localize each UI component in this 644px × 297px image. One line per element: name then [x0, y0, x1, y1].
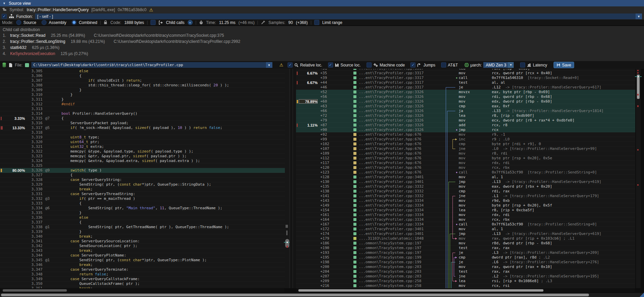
source-line[interactable]: 3,324 memcpy( &extra, &payload.extra, si…: [0, 159, 290, 163]
function-combo[interactable]: [ - self - ] ▼: [35, 14, 642, 19]
source-line[interactable]: 3,321 uint32_t extra;: [0, 144, 290, 149]
asm-address[interactable]: +174: [320, 232, 352, 236]
asm-row[interactable]: +72...ent\TracyProfiler.cpp:3326lear8, […: [296, 113, 635, 118]
function-checkbox[interactable]: ✓: [2, 14, 7, 19]
asm-source-location[interactable]: ...ommon\TracySystem.cpp:197: [359, 246, 443, 250]
asm-source-location[interactable]: ...ent\TracyProfiler.cpp:3334: [359, 208, 443, 212]
asm-row[interactable]: +193...ommon\TracySystem.cpp:197je.L3 ->…: [296, 250, 635, 255]
asm-address[interactable]: +198: [320, 260, 352, 264]
source-line[interactable]: 3,346 break;: [0, 263, 290, 267]
asm-source-location[interactable]: ...ommon\TracySystem.cpp:197: [359, 241, 443, 245]
source-line[interactable]: 3,310 }: [0, 92, 290, 97]
collapse-icon[interactable]: ▼: [3, 2, 6, 5]
asm-address[interactable]: +90: [320, 128, 352, 132]
asm-address[interactable]: +56: [320, 94, 352, 99]
line-number[interactable]: 3,345: [25, 258, 43, 262]
asm-source-location[interactable]: ...ent\TracyProfiler.cpp:3326: [359, 128, 443, 132]
asm-address[interactable]: +107: [320, 146, 352, 151]
asm-address[interactable]: +120: [320, 165, 352, 170]
relative-loc-checkbox[interactable]: ✓: [288, 62, 293, 68]
line-number[interactable]: 3,339: [25, 230, 43, 234]
resize-grip[interactable]: [640, 293, 644, 297]
asm-address[interactable]: +190: [320, 246, 352, 250]
asm-row[interactable]: +141...ent\TracyProfiler.cpp:3332jne.L1 …: [296, 194, 635, 198]
source-line[interactable]: 3,308 std::this_thread::sleep_for( std::…: [0, 83, 290, 88]
asm-row[interactable]: +117...ent\TracyProfiler.hpp:676movrdx, …: [296, 161, 635, 165]
source-line[interactable]: 3,333 {: [0, 201, 290, 206]
assembly-hscrollbar[interactable]: [296, 289, 635, 292]
line-number[interactable]: 3,313: [25, 107, 43, 111]
window-hscrollbar[interactable]: [0, 293, 644, 297]
line-number[interactable]: 3,317: [25, 126, 43, 130]
toolbar-machine-code[interactable]: ✓ Machine code: [367, 62, 405, 68]
asm-row[interactable]: +164...ent\TracyProfiler.cpp:3334movrcx,…: [296, 217, 635, 222]
line-number[interactable]: 3,348: [25, 272, 43, 276]
asm-source-location[interactable]: ...ent\TracyProfiler.cpp:3332: [359, 194, 443, 198]
source-line[interactable]: 3,336 else: [0, 215, 290, 220]
asm-source-location[interactable]: ...ent\TracyProfiler.cpp:3334: [359, 222, 443, 226]
asm-source-location[interactable]: ...ent\TracyProfiler.cpp:3326: [359, 113, 443, 118]
child-call-item[interactable]: 1.tracy::Socket::Read25.25 ms (54.89%)C:…: [3, 33, 644, 39]
source-vscrollbar[interactable]: [285, 69, 290, 288]
asm-row[interactable]: +66...ent\TracyProfiler.cpp:3326ja.L33 -…: [296, 109, 635, 113]
asm-row[interactable]: +56...ent\TracyProfiler.cpp:3326movrdi, …: [296, 94, 635, 99]
asm-source-location[interactable]: ...ommon\TracySystem.cpp:197: [359, 250, 443, 255]
line-number[interactable]: 3,312: [25, 102, 43, 106]
asm-row[interactable]: +154...ent\TracyProfiler.cpp:3334lear8, …: [296, 208, 635, 213]
asm-address[interactable]: +200: [320, 265, 352, 269]
window-titlebar[interactable]: ▼ Source view: [0, 0, 644, 6]
asm-address[interactable]: +143: [320, 198, 352, 203]
asm-address[interactable]: +128: [320, 175, 352, 179]
line-number[interactable]: 3,326: [25, 168, 43, 172]
line-number[interactable]: 3,305: [25, 69, 43, 73]
asm-source-location[interactable]: ...ent\TracyProfiler.cpp:3401: [359, 232, 443, 236]
asm-row[interactable]: +198...ommon\TracySystem.cpp:199je.L6 ->…: [296, 260, 635, 265]
asm-source-location[interactable]: ...ommon\TracySystem.cpp:203: [359, 265, 443, 269]
asm-row[interactable]: +112...ent\TracyProfiler.hpp:676movbyte …: [296, 156, 635, 161]
asm-address[interactable]: +186: [320, 241, 352, 245]
source-line[interactable]: 3,339 }: [0, 230, 290, 234]
source-line[interactable]: 3,341 case ServerQuerySourceLocation:: [0, 239, 290, 244]
line-number[interactable]: 3,325: [25, 163, 43, 168]
asm-address[interactable]: +161: [320, 213, 352, 217]
asm-row[interactable]: 6.67%+44...ent\TracyProfiler.cpp:3317tes…: [296, 80, 635, 85]
source-line[interactable]: 3,306 {: [0, 74, 290, 78]
source-line[interactable]: 3,327 {: [0, 173, 290, 178]
asm-address[interactable]: +66: [320, 109, 352, 113]
line-number[interactable]: 3,333: [25, 201, 43, 206]
source-line[interactable]: 3,331 case ServerQueryThreadString:: [0, 192, 290, 196]
asm-address[interactable]: +63: [320, 104, 352, 108]
asm-address[interactable]: +172: [320, 227, 352, 231]
asm-source-location[interactable]: ...ent\TracyProfiler.cpp:3332: [359, 184, 443, 189]
radio-icon[interactable]: [42, 20, 47, 25]
asm-address[interactable]: +112: [320, 156, 352, 160]
asm-row[interactable]: +109...ent\TracyProfiler.hpp:676movr8, r…: [296, 151, 635, 156]
line-number[interactable]: 3,306: [25, 74, 43, 78]
line-number[interactable]: 3,342: [25, 244, 43, 248]
child-call-item[interactable]: 3.stat64i32625 µs (1.36%): [3, 45, 644, 51]
asm-row[interactable]: +138...ent\TracyProfiler.cpp:3332cmprdi,…: [296, 189, 635, 194]
source-line[interactable]: 3,348 return false;: [0, 272, 290, 277]
asm-address[interactable]: +39: [320, 76, 352, 80]
line-number[interactable]: 3,351: [25, 286, 43, 288]
asm-source-location[interactable]: ...ent\TracyProfiler.cpp:3326: [359, 118, 443, 123]
toolbar-att[interactable]: ✓ AT&T: [441, 62, 458, 68]
asm-address[interactable]: +87: [320, 123, 352, 127]
asm-address[interactable]: +130: [320, 180, 352, 184]
line-number[interactable]: 3,328: [25, 178, 43, 182]
toolbar-relative-loc[interactable]: ✓ Relative loc.: [288, 62, 322, 68]
asm-row[interactable]: +120...ent\TracyProfiler.hpp:676movrcx, …: [296, 165, 635, 170]
source-line[interactable]: 3,329 SendString( ptr, (const char*)ptr,…: [0, 182, 290, 187]
asm-address[interactable]: +44: [320, 80, 352, 85]
line-number[interactable]: 3,330: [25, 187, 43, 191]
asm-row[interactable]: +195...ommon\TracySystem.cpp:199cmpdword…: [296, 255, 635, 260]
asm-row[interactable]: +128...ent\TracyProfiler.cpp:3401moval, …: [296, 175, 635, 180]
asm-source-location[interactable]: ...ent\TracyProfiler.hpp:676: [359, 142, 443, 146]
asm-row[interactable]: +102...ent\TracyProfiler.hpp:676cmpbyte …: [296, 142, 635, 146]
asm-source-location[interactable]: ...ent\TracyProfiler.cpp:3317: [359, 69, 443, 71]
asm-row[interactable]: +107...ent\TracyProfiler.hpp:676jne.L0 -…: [296, 146, 635, 151]
asm-row[interactable]: +161...ent\TracyProfiler.cpp:3334movrdx,…: [296, 213, 635, 217]
asm-source-location[interactable]: ...ent\TracyProfiler.cpp:3401: [359, 227, 443, 231]
asm-row[interactable]: +204...ommon\TracySystem.cpp:203testrax,…: [296, 269, 635, 274]
asm-source-location[interactable]: ...ommon\TracySystem.cpp:199: [359, 260, 443, 264]
